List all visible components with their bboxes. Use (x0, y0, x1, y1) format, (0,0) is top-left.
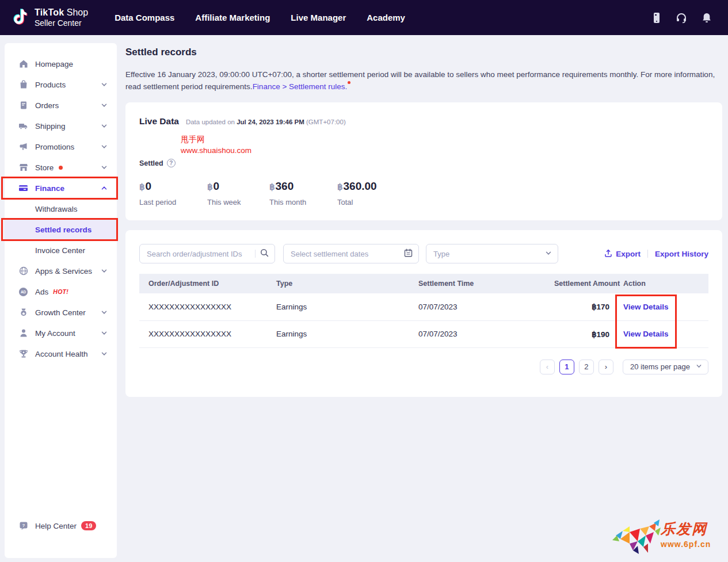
logo-subtitle: Seller Center (35, 18, 88, 28)
notification-dot (348, 81, 350, 84)
sidebar-item-help-center[interactable]: ? Help Center 19 (5, 515, 117, 536)
chevron-down-icon (101, 330, 108, 337)
sidebar-item-ads[interactable]: AD Ads HOT! (5, 281, 117, 302)
orders-icon (18, 101, 28, 110)
help-icon: ? (18, 521, 28, 531)
export-history-button[interactable]: Export History (655, 250, 708, 258)
export-label: Export (616, 250, 641, 258)
search-input-box[interactable] (139, 244, 275, 263)
sidebar-item-label: Orders (35, 101, 59, 110)
topnav-item-academy[interactable]: Academy (367, 13, 405, 22)
chevron-down-icon (545, 250, 552, 258)
currency-symbol: ฿ (139, 182, 145, 192)
cell-type: Earnings (267, 320, 409, 347)
prev-page-button[interactable]: ‹ (540, 360, 555, 374)
settlement-rules-link[interactable]: Finance > Settlement rules. (253, 82, 348, 91)
chevron-down-icon (101, 123, 108, 129)
col-settlement-amount: Settlement Amount (545, 274, 614, 293)
stat-value: 0 (146, 180, 152, 192)
sidebar-item-account-health[interactable]: Account Health (5, 343, 117, 364)
cell-settlement-amount: ฿170 (545, 293, 614, 320)
sidebar-item-apps-services[interactable]: Apps & Services (5, 261, 117, 281)
sidebar-item-label: Ads (35, 288, 48, 296)
question-icon[interactable]: ? (167, 159, 176, 167)
stat-last-period: ฿0 Last period (139, 180, 207, 207)
hot-badge: HOT! (53, 288, 68, 295)
topnav-item-affiliate-marketing[interactable]: Affiliate Marketing (195, 13, 270, 22)
headset-icon[interactable] (676, 12, 687, 24)
truck-icon (18, 121, 28, 131)
watermark-name: 甩手网 (181, 133, 251, 145)
calendar-icon[interactable] (404, 248, 413, 259)
watermark-url: www.shuaishou.com (181, 145, 251, 156)
sidebar-item-promotions[interactable]: Promotions (5, 136, 117, 157)
sidebar-item-settled-records[interactable]: Settled records (5, 219, 117, 240)
sidebar-item-label: Settled records (35, 225, 92, 234)
type-select[interactable]: Type (426, 244, 558, 263)
cell-order-id: XXXXXXXXXXXXXXXX (139, 320, 267, 347)
help-count-badge: 19 (81, 521, 96, 530)
topnav-item-live-manager[interactable]: Live Manager (291, 13, 346, 22)
notice-text: Effective 16 January 2023, 09:00:00 UTC+… (125, 70, 715, 91)
sidebar-item-label: Invoice Center (35, 246, 85, 255)
bell-icon[interactable] (702, 12, 712, 24)
sidebar-item-store[interactable]: Store (5, 157, 117, 178)
main-content: Settled records Effective 16 January 202… (125, 43, 722, 397)
divider (647, 250, 648, 258)
sidebar-item-invoice-center[interactable]: Invoice Center (5, 240, 117, 261)
date-range-picker[interactable] (283, 244, 419, 263)
currency-symbol: ฿ (269, 182, 275, 192)
user-icon (18, 328, 28, 338)
svg-text:AD: AD (21, 290, 26, 294)
page-button-2[interactable]: 2 (579, 360, 594, 374)
view-details-link[interactable]: View Details (623, 303, 669, 311)
tiktok-logo-icon (12, 7, 29, 27)
page-title: Settled records (125, 43, 722, 58)
sidebar-item-withdrawals[interactable]: Withdrawals (5, 198, 117, 219)
stat-value: 0 (214, 180, 220, 192)
export-button[interactable]: Export (604, 249, 641, 259)
chevron-down-icon (101, 350, 108, 357)
topnav-item-data-compass[interactable]: Data Compass (115, 13, 174, 22)
view-details-link[interactable]: View Details (623, 330, 669, 338)
export-icon (604, 249, 612, 259)
cell-settlement-time: 07/07/2023 (409, 293, 545, 320)
col-type: Type (267, 274, 409, 293)
table-header-row: Order/Adjustment ID Type Settlement Time… (139, 274, 708, 293)
settlement-notice: Effective 16 January 2023, 09:00:00 UTC+… (125, 68, 722, 93)
next-page-button[interactable]: › (599, 360, 613, 374)
topnav-menu: Data Compass Affiliate Marketing Live Ma… (115, 13, 405, 22)
tiktok-shop-logo[interactable]: TikTok Shop Seller Center (12, 7, 88, 27)
chevron-down-icon (101, 143, 108, 150)
globe-icon (18, 266, 28, 276)
stat-total: ฿360.00 Total (337, 180, 405, 207)
sidebar-item-growth-center[interactable]: Growth Center (5, 302, 117, 323)
pagination: ‹ 1 2 › 20 items per page (139, 360, 708, 374)
search-input[interactable] (147, 250, 253, 258)
sidebar-item-orders[interactable]: Orders (5, 95, 117, 116)
logo-brand: TikTok (35, 7, 64, 17)
sidebar-item-homepage[interactable]: Homepage (5, 53, 117, 74)
sidebar: Homepage Products Orders Shipping Promot… (5, 43, 117, 558)
megaphone-icon (18, 142, 28, 152)
watermark-site-name: 乐发网 (661, 519, 711, 538)
bull-logo-icon (610, 518, 663, 556)
records-card: Type Export Export History Order/Adjustm… (125, 230, 722, 397)
live-data-title: Live Data (139, 116, 179, 127)
sidebar-item-label: Growth Center (35, 308, 86, 317)
page-size-select[interactable]: 20 items per page (623, 360, 708, 374)
page-size-label: 20 items per page (630, 362, 690, 371)
stat-label: This month (269, 198, 337, 207)
sidebar-item-shipping[interactable]: Shipping (5, 116, 117, 136)
chevron-down-icon (101, 102, 108, 109)
sidebar-item-label: Account Health (35, 350, 88, 358)
mobile-icon[interactable] (652, 12, 661, 24)
sidebar-item-products[interactable]: Products (5, 74, 117, 95)
sidebar-item-my-account[interactable]: My Account (5, 323, 117, 343)
search-icon[interactable] (260, 248, 269, 259)
sidebar-item-finance[interactable]: Finance (5, 178, 117, 198)
table-row: XXXXXXXXXXXXXXXX Earnings 07/07/2023 ฿17… (139, 293, 708, 320)
chevron-up-icon (101, 185, 108, 192)
page-button-1[interactable]: 1 (559, 360, 574, 374)
date-input[interactable] (291, 250, 404, 258)
